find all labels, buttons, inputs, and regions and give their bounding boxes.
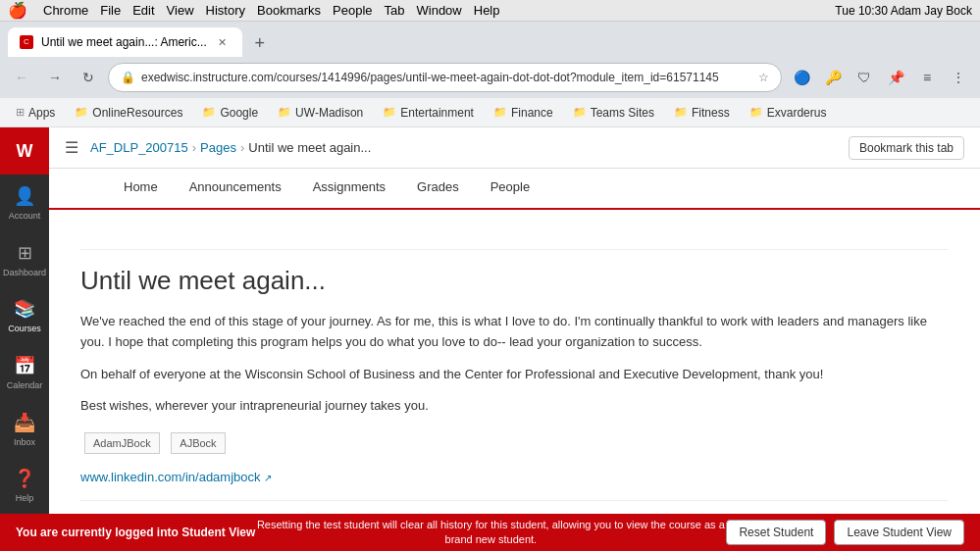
url-text: exedwisc.instructure.com/courses/1414996… xyxy=(141,71,752,84)
paragraph-2: On behalf of everyone at the Wisconsin S… xyxy=(80,365,949,385)
chrome-menu-button[interactable]: ⋮ xyxy=(945,64,972,91)
menubar-right: Tue 10:30 Adam Jay Bock xyxy=(835,4,972,18)
menu-view[interactable]: View xyxy=(167,3,194,18)
menu-tab[interactable]: Tab xyxy=(385,3,405,18)
menu-edit[interactable]: Edit xyxy=(132,3,154,18)
nav-link-announcements[interactable]: Announcements xyxy=(174,168,297,209)
bookmark-google[interactable]: 📁 Google xyxy=(194,104,266,122)
breadcrumb-pages-link[interactable]: Pages xyxy=(200,140,236,155)
app-layout: W 👤 Account ⊞ Dashboard 📚 Courses 📅 Cale… xyxy=(0,127,980,514)
bookmark-entertainment-label: Entertainment xyxy=(400,106,474,120)
menu-history[interactable]: History xyxy=(206,3,245,18)
apps-icon: ⊞ xyxy=(16,106,25,119)
bookmark-onlineresources[interactable]: 📁 OnlineResources xyxy=(67,104,190,122)
extension-icon-5[interactable]: ≡ xyxy=(913,64,941,91)
leave-student-view-button[interactable]: Leave Student View xyxy=(834,520,964,545)
bookmarks-bar: ⊞ Apps 📁 OnlineResources 📁 Google 📁 UW-M… xyxy=(0,98,980,127)
bookmark-exvarderus[interactable]: 📁 Exvarderus xyxy=(742,104,835,122)
extension-icon-4[interactable]: 📌 xyxy=(882,64,909,91)
url-bar[interactable]: 🔒 exedwisc.instructure.com/courses/14149… xyxy=(108,63,782,92)
page-title: Until we meet again... xyxy=(80,266,949,296)
nav-link-assignments[interactable]: Assignments xyxy=(297,168,401,209)
nav-link-home[interactable]: Home xyxy=(108,168,174,209)
sidebar-dashboard-label: Dashboard xyxy=(3,268,46,277)
url-bar-icons: ☆ xyxy=(758,71,769,84)
sidebar-calendar-label: Calendar xyxy=(7,380,43,390)
menu-window[interactable]: Window xyxy=(417,3,462,18)
nav-link-people[interactable]: People xyxy=(475,168,545,209)
external-link-icon: ↗ xyxy=(264,473,272,483)
active-tab[interactable]: C Until we meet again...: Americ... ✕ xyxy=(8,27,242,57)
sidebar-item-help[interactable]: ❓ Help xyxy=(0,457,49,514)
extension-icon-1[interactable]: 🔵 xyxy=(788,64,815,91)
folder-icon: 📁 xyxy=(202,106,216,119)
sidebar-item-dashboard[interactable]: ⊞ Dashboard xyxy=(0,231,49,288)
breadcrumb-course-link[interactable]: AF_DLP_200715 xyxy=(90,140,188,155)
bookmark-uwmadison[interactable]: 📁 UW-Madison xyxy=(270,104,371,122)
menu-help[interactable]: Help xyxy=(474,3,500,18)
reset-student-button[interactable]: Reset Student xyxy=(726,520,826,545)
menu-bookmarks[interactable]: Bookmarks xyxy=(257,3,321,18)
extension-icon-2[interactable]: 🔑 xyxy=(819,64,847,91)
calendar-icon: 📅 xyxy=(14,355,35,376)
dashboard-icon: ⊞ xyxy=(18,242,32,264)
bookmark-teamssites[interactable]: 📁 Teams Sites xyxy=(565,104,662,122)
content-area: ☰ AF_DLP_200715 › Pages › Until we meet … xyxy=(49,127,980,514)
back-button[interactable]: ← xyxy=(8,64,35,91)
bottom-divider xyxy=(80,500,949,501)
mac-menubar: 🍎 Chrome File Edit View History Bookmark… xyxy=(0,0,980,22)
sidebar-item-account[interactable]: 👤 Account xyxy=(0,175,49,231)
sidebar-item-inbox[interactable]: 📥 Inbox xyxy=(0,401,49,458)
linkedin-link[interactable]: www.linkedin.com/in/adamjbock xyxy=(80,470,261,484)
sidebar-courses-label: Courses xyxy=(8,324,41,333)
folder-icon: 📁 xyxy=(75,106,88,119)
folder-icon: 📁 xyxy=(749,106,763,119)
tab-title: Until we meet again...: Americ... xyxy=(41,35,207,49)
paragraph-1: We've reached the end of this stage of y… xyxy=(80,312,949,353)
bookmark-star-icon[interactable]: ☆ xyxy=(758,71,769,84)
extension-icon-3[interactable]: 🛡 xyxy=(851,64,878,91)
nav-link-grades[interactable]: Grades xyxy=(401,168,475,209)
bookmark-finance-label: Finance xyxy=(511,106,553,120)
bookmark-fitness[interactable]: 📁 Fitness xyxy=(666,104,738,122)
breadcrumb-sep-1: › xyxy=(192,140,196,155)
student-view-description: Resetting the test student will clear al… xyxy=(255,518,726,548)
bookmark-uwmadison-label: UW-Madison xyxy=(295,106,363,120)
new-tab-button[interactable]: + xyxy=(246,29,274,57)
sidebar-item-calendar[interactable]: 📅 Calendar xyxy=(0,344,49,401)
inbox-icon: 📥 xyxy=(14,412,35,433)
bookmark-fitness-label: Fitness xyxy=(692,106,730,120)
folder-icon: 📁 xyxy=(573,106,587,119)
tab-bar: C Until we meet again...: Americ... ✕ + xyxy=(0,22,980,57)
images-section: AdamJBock AJBock xyxy=(80,428,949,458)
menu-items: Chrome File Edit View History Bookmarks … xyxy=(43,3,500,18)
tab-close-button[interactable]: ✕ xyxy=(215,34,231,50)
bookmark-apps[interactable]: ⊞ Apps xyxy=(8,104,63,122)
sidebar-inbox-label: Inbox xyxy=(14,437,35,447)
menu-chrome[interactable]: Chrome xyxy=(43,3,88,18)
bookmark-google-label: Google xyxy=(220,106,258,120)
browser-extension-icons: 🔵 🔑 🛡 📌 ≡ ⋮ xyxy=(788,64,972,91)
canvas-logo[interactable]: W xyxy=(0,127,49,175)
bookmark-tab-button[interactable]: Bookmark this tab xyxy=(849,136,964,160)
adam-jbock-image: AdamJBock xyxy=(84,432,160,454)
bookmark-entertainment[interactable]: 📁 Entertainment xyxy=(375,104,482,122)
folder-icon: 📁 xyxy=(278,106,291,119)
student-view-bar: You are currently logged into Student Vi… xyxy=(0,514,980,551)
bookmark-finance[interactable]: 📁 Finance xyxy=(486,104,561,122)
aj-bock-image: AJBock xyxy=(171,432,225,454)
forward-button[interactable]: → xyxy=(41,64,69,91)
sidebar-item-courses[interactable]: 📚 Courses xyxy=(0,287,49,344)
bookmark-teamssites-label: Teams Sites xyxy=(591,106,654,120)
sidebar-help-label: Help xyxy=(16,493,34,503)
course-header: ☰ AF_DLP_200715 › Pages › Until we meet … xyxy=(49,127,980,169)
sidebar-account-label: Account xyxy=(9,211,41,221)
breadcrumb: AF_DLP_200715 › Pages › Until we meet ag… xyxy=(90,140,371,155)
menu-file[interactable]: File xyxy=(100,3,121,18)
apple-icon[interactable]: 🍎 xyxy=(8,1,27,20)
reload-button[interactable]: ↻ xyxy=(75,64,102,91)
clock-display: Tue 10:30 Adam Jay Bock xyxy=(835,4,972,18)
menu-people[interactable]: People xyxy=(333,3,372,18)
student-view-actions: Reset Student Leave Student View xyxy=(726,520,964,545)
hamburger-icon[interactable]: ☰ xyxy=(65,138,78,157)
